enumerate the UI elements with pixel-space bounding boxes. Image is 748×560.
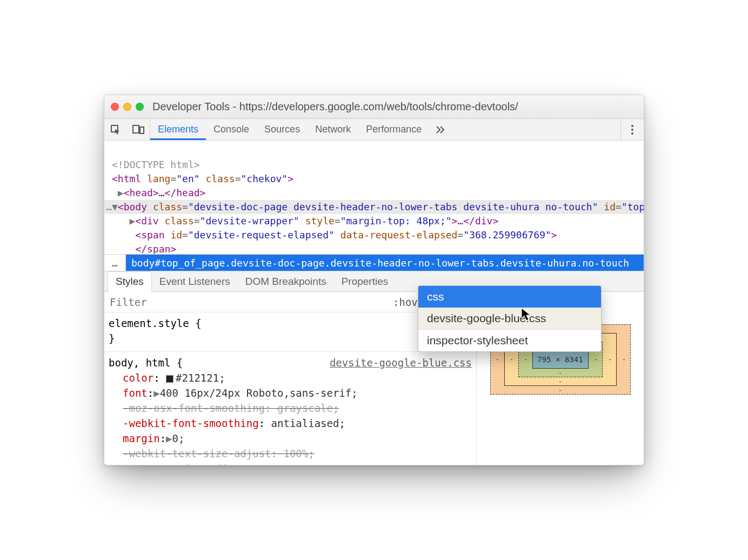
inspect-element-button[interactable] — [104, 119, 127, 140]
dom-tree-panel[interactable]: <!DOCTYPE html> <html lang="en" class="c… — [104, 141, 644, 254]
styles-pane: :hov .cls + element.style { } devsite-go… — [104, 292, 644, 465]
tab-performance[interactable]: Performance — [358, 119, 429, 140]
bm-padding-left: - — [524, 356, 527, 363]
prop-margin[interactable]: margin:▶0; — [109, 431, 472, 446]
svg-rect-2 — [140, 127, 144, 134]
close-window-button[interactable] — [111, 103, 119, 111]
bm-padding-bottom: - — [558, 369, 562, 377]
prop-color[interactable]: color: #212121; — [109, 370, 472, 385]
inspect-icon — [110, 124, 121, 135]
bm-border-left: - — [510, 356, 513, 363]
subtab-event-listeners[interactable]: Event Listeners — [152, 271, 238, 291]
styles-filter-input[interactable] — [109, 296, 389, 309]
traffic-lights — [111, 103, 144, 111]
subtab-properties[interactable]: Properties — [334, 271, 396, 291]
box-model-content[interactable]: 795 × 8341 — [532, 350, 589, 369]
expand-arrow-icon[interactable]: ▶ — [118, 187, 124, 198]
panel-tabs: Elements Console Sources Network Perform… — [150, 119, 429, 140]
subtab-styles[interactable]: Styles — [108, 271, 152, 292]
tab-sources[interactable]: Sources — [257, 119, 308, 140]
bm-padding-right: - — [594, 356, 598, 363]
svg-rect-1 — [133, 125, 139, 133]
dropdown-item-inspector-stylesheet[interactable]: inspector-stylesheet — [418, 330, 601, 351]
expand-arrow-icon[interactable]: ▶ — [130, 215, 136, 226]
breadcrumb-overflow[interactable]: … — [104, 255, 126, 271]
dropdown-item-devsite-google-blue[interactable]: devsite-google-blue.css — [418, 308, 601, 329]
bm-margin-right: - — [622, 356, 626, 363]
more-tabs-button[interactable] — [429, 119, 452, 140]
bm-margin-left: - — [496, 356, 499, 363]
svg-point-3 — [631, 125, 633, 127]
main-toolbar: Elements Console Sources Network Perform… — [104, 119, 644, 141]
zoom-window-button[interactable] — [136, 103, 144, 111]
toggle-hov-button[interactable]: :hov — [389, 295, 422, 310]
device-icon — [132, 124, 144, 135]
breadcrumb-selected[interactable]: body#top_of_page.devsite-doc-page.devsit… — [126, 255, 644, 271]
tab-elements[interactable]: Elements — [150, 119, 206, 140]
bm-border-bottom: - — [558, 378, 562, 385]
tab-console[interactable]: Console — [206, 119, 257, 140]
prop-ms-text-size-adjust[interactable]: -ms-text-size-adjust: 100%; — [109, 461, 472, 465]
subtab-dom-breakpoints[interactable]: DOM Breakpoints — [238, 271, 334, 291]
expand-arrow-icon[interactable]: ▶ — [153, 387, 159, 399]
prop-font[interactable]: font:▶400 16px/24px Roboto,sans-serif; — [109, 385, 472, 401]
dom-span[interactable]: <span id="devsite-request-elapsed" data-… — [135, 229, 557, 241]
window-title: Developer Tools - https://developers.goo… — [152, 101, 518, 113]
prop-webkit-font-smoothing[interactable]: -webkit-font-smoothing: antialiased; — [109, 416, 472, 431]
dom-html-open[interactable]: <html lang="en" class="chekov"> — [112, 173, 293, 184]
svg-point-5 — [631, 132, 633, 135]
minimize-window-button[interactable] — [123, 103, 131, 111]
stylesheet-dropdown[interactable]: css devsite-google-blue.css inspector-st… — [418, 285, 602, 352]
dom-span-close[interactable]: </span> — [135, 243, 176, 254]
chevron-double-right-icon — [436, 125, 445, 135]
dom-doctype: <!DOCTYPE html> — [112, 159, 200, 170]
dom-div[interactable]: <div class="devsite-wrapper" style="marg… — [135, 215, 498, 226]
rule-body-html[interactable]: devsite-google-blue.css body, html { col… — [104, 352, 476, 465]
svg-point-4 — [631, 129, 633, 131]
bm-border-right: - — [608, 356, 612, 363]
prop-moz-osx-font-smoothing[interactable]: -moz-osx-font-smoothing: grayscale; — [109, 401, 472, 416]
window-titlebar: Developer Tools - https://developers.goo… — [104, 95, 644, 119]
devtools-window: Developer Tools - https://developers.goo… — [104, 95, 644, 465]
dom-selected-body[interactable]: …▼<body class="devsite-doc-page devsite-… — [104, 200, 644, 214]
device-toolbar-button[interactable] — [127, 119, 150, 140]
prop-webkit-text-size-adjust[interactable]: -webkit-text-size-adjust: 100%; — [109, 446, 472, 461]
rule-source-link[interactable]: devsite-google-blue.css — [330, 355, 472, 370]
color-swatch-icon[interactable] — [166, 375, 173, 383]
settings-menu-button[interactable] — [621, 119, 644, 140]
dom-breadcrumb: … body#top_of_page.devsite-doc-page.devs… — [104, 254, 644, 271]
bm-margin-bottom: - — [558, 386, 562, 394]
dropdown-item-css[interactable]: css — [418, 286, 601, 308]
expand-arrow-icon[interactable]: ▶ — [166, 432, 172, 444]
tab-network[interactable]: Network — [308, 119, 358, 140]
kebab-icon — [631, 124, 634, 135]
dom-head[interactable]: <head> — [124, 187, 159, 198]
